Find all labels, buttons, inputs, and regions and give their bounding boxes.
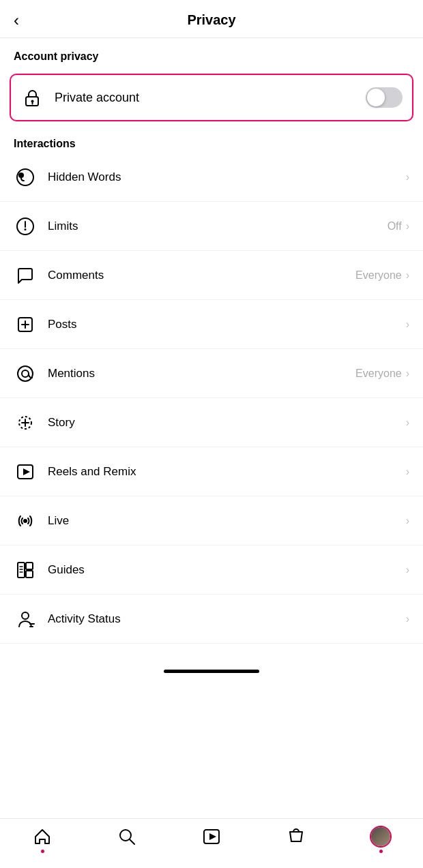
reels-label: Reels and Remix — [48, 465, 136, 479]
svg-point-18 — [23, 519, 27, 523]
private-account-toggle[interactable] — [366, 87, 403, 108]
svg-marker-31 — [209, 833, 216, 840]
comments-icon — [14, 264, 37, 287]
menu-item-guides[interactable]: Guides › — [0, 545, 423, 595]
activity-status-icon — [14, 608, 37, 631]
limits-icon — [14, 215, 37, 238]
story-label: Story — [48, 416, 75, 430]
private-account-row[interactable]: Private account — [10, 74, 413, 121]
live-chevron: › — [406, 515, 409, 527]
search-icon — [116, 826, 138, 848]
limits-chevron: › — [406, 220, 409, 233]
home-indicator — [164, 670, 259, 673]
menu-item-hidden-words[interactable]: Hidden Words › — [0, 153, 423, 202]
posts-icon — [14, 313, 37, 336]
nav-reels[interactable] — [201, 826, 222, 848]
hidden-words-icon — [14, 166, 37, 189]
guides-icon — [14, 558, 37, 582]
home-icon — [31, 826, 53, 848]
menu-item-activity-status[interactable]: Activity Status › — [0, 595, 423, 644]
mentions-label: Mentions — [48, 367, 95, 380]
live-label: Live — [48, 514, 69, 528]
home-active-dot — [41, 850, 44, 853]
posts-label: Posts — [48, 318, 77, 331]
bottom-nav — [0, 818, 423, 868]
nav-home[interactable] — [31, 826, 53, 848]
mentions-icon — [14, 362, 37, 385]
story-icon — [14, 411, 37, 434]
avatar-image — [371, 827, 390, 846]
interactions-section-label: Interactions — [0, 125, 423, 153]
private-account-left: Private account — [20, 86, 139, 109]
live-icon — [14, 509, 37, 533]
nav-profile[interactable] — [370, 826, 392, 848]
toggle-knob — [367, 89, 385, 106]
hidden-words-chevron: › — [406, 171, 409, 183]
shop-icon — [285, 826, 307, 848]
reels-chevron: › — [406, 466, 409, 478]
svg-point-7 — [25, 228, 27, 230]
svg-point-12 — [18, 366, 33, 381]
story-chevron: › — [406, 417, 409, 429]
mentions-value: Everyone — [355, 368, 402, 380]
menu-item-story[interactable]: Story › — [0, 398, 423, 447]
menu-item-limits[interactable]: Limits Off › — [0, 202, 423, 251]
profile-active-dot — [379, 850, 383, 853]
private-account-label: Private account — [55, 91, 139, 105]
hidden-words-label: Hidden Words — [48, 170, 121, 184]
menu-item-posts[interactable]: Posts › — [0, 300, 423, 349]
svg-point-11 — [22, 370, 29, 377]
page-title: Privacy — [187, 12, 235, 28]
comments-value: Everyone — [355, 269, 402, 282]
svg-point-4 — [18, 173, 24, 178]
svg-rect-20 — [26, 563, 33, 569]
lock-icon — [20, 86, 44, 109]
svg-marker-17 — [23, 468, 30, 475]
back-button[interactable]: ‹ — [14, 12, 19, 29]
svg-point-25 — [22, 612, 29, 619]
guides-chevron: › — [406, 564, 409, 576]
interactions-list: Hidden Words › Limits Off › — [0, 153, 423, 644]
comments-chevron: › — [406, 269, 409, 282]
svg-rect-19 — [18, 563, 25, 578]
limits-value: Off — [388, 220, 402, 233]
account-privacy-section-label: Account privacy — [0, 38, 423, 70]
guides-label: Guides — [48, 563, 85, 577]
private-account-wrapper: Private account — [0, 70, 423, 125]
menu-item-comments[interactable]: Comments Everyone › — [0, 251, 423, 300]
nav-search[interactable] — [116, 826, 138, 848]
svg-line-29 — [130, 839, 134, 844]
posts-chevron: › — [406, 318, 409, 331]
menu-item-mentions[interactable]: Mentions Everyone › — [0, 349, 423, 398]
menu-item-reels[interactable]: Reels and Remix › — [0, 447, 423, 496]
reels-icon — [14, 460, 37, 483]
comments-label: Comments — [48, 269, 104, 282]
mentions-chevron: › — [406, 368, 409, 380]
nav-shop[interactable] — [285, 826, 307, 848]
avatar — [370, 826, 392, 848]
activity-status-label: Activity Status — [48, 612, 121, 626]
header: ‹ Privacy — [0, 0, 423, 38]
reels-nav-icon — [201, 826, 222, 848]
menu-item-live[interactable]: Live › — [0, 496, 423, 545]
limits-label: Limits — [48, 220, 78, 233]
activity-status-chevron: › — [406, 613, 409, 625]
svg-rect-21 — [26, 571, 33, 578]
